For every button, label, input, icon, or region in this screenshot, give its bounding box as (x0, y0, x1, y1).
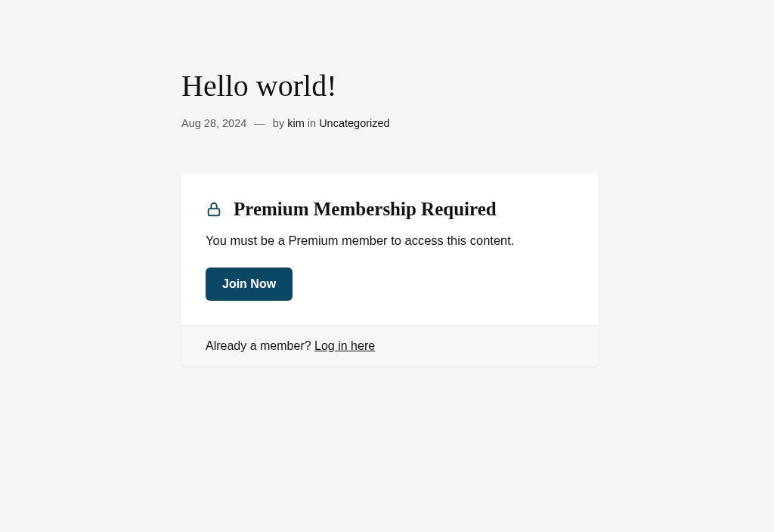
in-label: in (308, 117, 316, 129)
lock-icon (206, 201, 222, 218)
post-author[interactable]: kim (287, 117, 305, 129)
post-date: Aug 28, 2024 (181, 117, 246, 129)
post-title: Hello world! (181, 68, 599, 104)
membership-card: Premium Membership Required You must be … (181, 173, 599, 367)
membership-title: Premium Membership Required (234, 199, 497, 220)
by-label: by (273, 117, 284, 129)
svg-rect-0 (209, 209, 220, 215)
meta-separator: — (254, 117, 265, 129)
membership-description: You must be a Premium member to access t… (206, 234, 574, 248)
card-body: Premium Membership Required You must be … (181, 173, 599, 325)
already-member-text: Already a member? (206, 339, 314, 352)
join-now-button[interactable]: Join Now (206, 268, 293, 301)
post-meta: Aug 28, 2024 — by kim in Uncategorized (181, 117, 599, 129)
card-header: Premium Membership Required (206, 199, 574, 220)
login-link[interactable]: Log in here (314, 339, 375, 352)
post-category[interactable]: Uncategorized (319, 117, 390, 129)
card-footer: Already a member? Log in here (181, 325, 599, 367)
